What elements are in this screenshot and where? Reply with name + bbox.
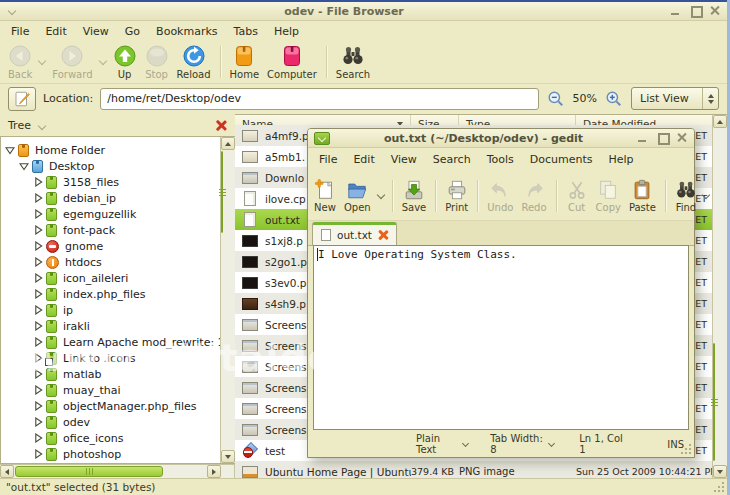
- tree-item-matlab[interactable]: matlab: [1, 366, 219, 382]
- scroll-up-button[interactable]: [713, 115, 727, 128]
- back-dropdown-chevron-icon[interactable]: [37, 57, 47, 67]
- expander-closed-icon[interactable]: [33, 433, 43, 443]
- gedit-menu-help[interactable]: Help: [600, 151, 641, 168]
- gedit-menu-file[interactable]: File: [311, 151, 345, 168]
- tree-item-egemguzellik[interactable]: egemguzellik: [1, 206, 219, 222]
- tab-out-txt[interactable]: out.txt: [312, 222, 397, 245]
- fb-menu-edit[interactable]: Edit: [37, 23, 74, 40]
- tree-item-font-pack[interactable]: font-pack: [1, 222, 219, 238]
- tree-item-htdocs[interactable]: htdocs: [1, 254, 219, 270]
- close-icon[interactable]: [710, 6, 721, 16]
- tree-item-icon-aileleri[interactable]: icon_aileleri: [1, 270, 219, 286]
- scroll-down-button[interactable]: [221, 450, 235, 463]
- tree-item-link-to-icons[interactable]: Link to .icons: [1, 350, 219, 366]
- expander-closed-icon[interactable]: [33, 401, 43, 411]
- tree-item-ofice-icons[interactable]: ofice_icons: [1, 430, 219, 446]
- chevron-down-icon[interactable]: [36, 122, 48, 131]
- expander-closed-icon[interactable]: [33, 353, 43, 363]
- fb-menu-file[interactable]: File: [3, 23, 37, 40]
- expander-closed-icon[interactable]: [33, 385, 43, 395]
- minimize-icon[interactable]: [637, 133, 648, 143]
- tree-item-desktop[interactable]: Desktop: [1, 158, 219, 174]
- tree-item-home-folder[interactable]: Home Folder: [1, 142, 219, 158]
- expander-closed-icon[interactable]: [33, 337, 43, 347]
- scroll-thumb[interactable]: [221, 151, 223, 233]
- zoom-out-icon[interactable]: [546, 89, 566, 109]
- location-input[interactable]: [100, 88, 538, 110]
- expander-closed-icon[interactable]: [33, 209, 43, 219]
- close-tab-icon[interactable]: [378, 230, 388, 240]
- expander-open-icon[interactable]: [19, 161, 29, 171]
- gedit-menu-view[interactable]: View: [383, 151, 425, 168]
- tree-item-photoshop[interactable]: photoshop: [1, 446, 219, 462]
- gedit-titlebar[interactable]: out.txt (~/Desktop/odev) - gedit: [308, 129, 694, 148]
- gedit-menu-search[interactable]: Search: [425, 151, 479, 168]
- fb-menu-tabs[interactable]: Tabs: [226, 23, 266, 40]
- tree-item-index-php-files[interactable]: index.php_files: [1, 286, 219, 302]
- expander-closed-icon[interactable]: [33, 257, 43, 267]
- view-mode-select[interactable]: List View: [631, 87, 719, 110]
- tree-item-muay-thai[interactable]: muay_thai: [1, 382, 219, 398]
- zoom-in-icon[interactable]: [604, 89, 624, 109]
- tree-item-learn-apache-mod-rewrite-13-real-work[interactable]: Learn Apache mod_rewrite: 13 Real-work: [1, 334, 219, 350]
- expander-closed-icon[interactable]: [33, 225, 43, 235]
- expander-closed-icon[interactable]: [33, 193, 43, 203]
- gedit-menu-edit[interactable]: Edit: [345, 151, 382, 168]
- scroll-left-button[interactable]: [0, 465, 14, 478]
- maximize-icon[interactable]: [657, 133, 668, 143]
- expander-closed-icon[interactable]: [33, 417, 43, 427]
- save-button[interactable]: Save: [398, 178, 431, 214]
- language-selector[interactable]: Plain Text: [416, 433, 468, 455]
- expander-closed-icon[interactable]: [33, 273, 43, 283]
- scroll-thumb[interactable]: [15, 466, 163, 477]
- tree-item-ip[interactable]: ip: [1, 302, 219, 318]
- home-button[interactable]: Home: [226, 43, 264, 81]
- search-button[interactable]: Search: [332, 43, 374, 81]
- new-button[interactable]: New: [310, 178, 340, 214]
- minimize-icon[interactable]: [670, 6, 681, 16]
- maximize-icon[interactable]: [690, 6, 701, 16]
- open-button[interactable]: Open: [340, 178, 375, 214]
- forward-dropdown-chevron-icon[interactable]: [98, 57, 108, 67]
- expander-open-icon[interactable]: [5, 145, 15, 155]
- expander-closed-icon[interactable]: [33, 305, 43, 315]
- gedit-menu-tools[interactable]: Tools: [479, 151, 522, 168]
- tree-item-objectmanager-php-files[interactable]: objectManager.php_files: [1, 398, 219, 414]
- paste-button[interactable]: Paste: [625, 178, 660, 214]
- fb-menu-help[interactable]: Help: [266, 23, 307, 40]
- resize-grip[interactable]: [722, 490, 724, 492]
- expander-closed-icon[interactable]: [33, 177, 43, 187]
- reload-button[interactable]: Reload: [173, 43, 215, 81]
- toolbar-overflow-chevron-icon[interactable]: [701, 191, 711, 201]
- close-icon[interactable]: [677, 133, 688, 143]
- tree-horizontal-scrollbar[interactable]: [0, 464, 235, 478]
- expander-closed-icon[interactable]: [33, 321, 43, 331]
- close-side-pane-icon[interactable]: [215, 119, 227, 131]
- tree-item-3158-files[interactable]: 3158_files: [1, 174, 219, 190]
- file-row-ubuntu-home-page-ubuntu-125[interactable]: Ubuntu Home Page | Ubuntu_125...379.4 KB…: [235, 461, 712, 478]
- tree-vertical-scrollbar[interactable]: [220, 137, 235, 463]
- expander-closed-icon[interactable]: [33, 241, 43, 251]
- scroll-up-button[interactable]: [221, 137, 235, 150]
- scroll-thumb[interactable]: [713, 343, 715, 461]
- computer-button[interactable]: Computer: [263, 43, 321, 81]
- expander-closed-icon[interactable]: [33, 369, 43, 379]
- expander-closed-icon[interactable]: [33, 289, 43, 299]
- view-mode-spinner[interactable]: [702, 88, 718, 109]
- list-vertical-scrollbar[interactable]: [712, 115, 727, 478]
- find-button[interactable]: Find: [671, 178, 701, 214]
- fb-menu-bookmarks[interactable]: Bookmarks: [148, 23, 225, 40]
- print-button[interactable]: Print: [441, 178, 472, 214]
- expander-closed-icon[interactable]: [33, 449, 43, 459]
- open-dropdown-chevron-icon[interactable]: [376, 191, 386, 201]
- window-menu-icon[interactable]: [6, 7, 18, 16]
- file-browser-titlebar[interactable]: odev - File Browser: [0, 2, 727, 21]
- tree-item-irakli[interactable]: irakli: [1, 318, 219, 334]
- scroll-right-button[interactable]: [207, 465, 221, 478]
- gedit-menu-documents[interactable]: Documents: [522, 151, 601, 168]
- tree-item-debian-ip[interactable]: debian_ip: [1, 190, 219, 206]
- fb-menu-go[interactable]: Go: [117, 23, 148, 40]
- tab-width-selector[interactable]: Tab Width: 8: [490, 433, 555, 455]
- text-editor[interactable]: I Love Operating System Class.: [313, 245, 689, 430]
- up-button[interactable]: Up: [109, 43, 141, 81]
